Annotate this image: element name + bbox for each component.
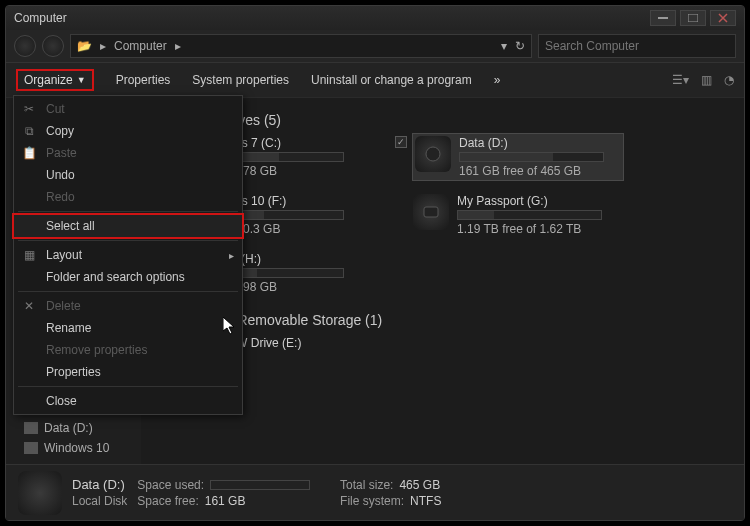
minimize-button[interactable] [650, 10, 676, 26]
delete-icon: ✕ [22, 299, 36, 313]
status-used-bar [210, 480, 310, 490]
drive-name: Data (D:) [459, 136, 621, 150]
status-total-label: Total size: [340, 478, 393, 492]
drive-icon [415, 136, 451, 172]
drive-item[interactable]: My Passport (G:) 1.19 TB free of 1.62 TB [413, 194, 623, 236]
menu-select-all[interactable]: Select all [14, 215, 242, 237]
address-bar: 📂 ▸ Computer ▸ ▾ ↻ [6, 30, 744, 62]
forward-button[interactable] [42, 35, 64, 57]
drive-checkbox[interactable]: ✓ [395, 136, 407, 148]
maximize-button[interactable] [680, 10, 706, 26]
status-drive-type: Local Disk [72, 494, 127, 508]
menu-separator [18, 211, 238, 212]
sidebar-item-drive[interactable]: Windows 10 [6, 438, 141, 458]
breadcrumb-chevron: ▸ [100, 39, 106, 53]
drive-free: 1.19 TB free of 1.62 TB [457, 222, 623, 236]
close-button[interactable] [710, 10, 736, 26]
capacity-bar [457, 210, 602, 220]
folder-icon: 📂 [77, 39, 92, 53]
menu-layout[interactable]: ▦Layout [14, 244, 242, 266]
menu-separator [18, 291, 238, 292]
status-free-label: Space free: [137, 494, 198, 508]
breadcrumb-chevron: ▸ [175, 39, 181, 53]
menu-remove-properties[interactable]: Remove properties [14, 339, 242, 361]
drive-icon [24, 422, 38, 434]
capacity-bar [459, 152, 604, 162]
status-bar: Data (D:) Local Disk Space used: Space f… [6, 464, 744, 520]
menu-delete[interactable]: ✕Delete [14, 295, 242, 317]
more-button[interactable]: » [494, 73, 501, 87]
view-slider-icon[interactable]: ☰▾ [672, 73, 689, 87]
menu-cut[interactable]: ✂Cut [14, 98, 242, 120]
status-fs-value: NTFS [410, 494, 441, 508]
status-total-value: 465 GB [399, 478, 440, 492]
organize-menu: ✂Cut ⧉Copy 📋Paste Undo Redo Select all ▦… [13, 95, 243, 415]
menu-folder-options[interactable]: Folder and search options [14, 266, 242, 288]
drive-icon [413, 194, 449, 230]
paste-icon: 📋 [22, 146, 36, 160]
status-drive-name: Data (D:) [72, 477, 127, 492]
menu-undo[interactable]: Undo [14, 164, 242, 186]
sidebar-item-drive[interactable]: Data (D:) [6, 418, 141, 438]
back-button[interactable] [14, 35, 36, 57]
svg-rect-5 [424, 207, 438, 217]
search-input[interactable] [538, 34, 736, 58]
menu-redo[interactable]: Redo [14, 186, 242, 208]
layout-icon: ▦ [22, 248, 36, 262]
svg-rect-1 [688, 14, 698, 22]
breadcrumb-item[interactable]: Computer [114, 39, 167, 53]
menu-copy[interactable]: ⧉Copy [14, 120, 242, 142]
properties-button[interactable]: Properties [116, 73, 171, 87]
menu-paste[interactable]: 📋Paste [14, 142, 242, 164]
drive-free: 161 GB free of 465 GB [459, 164, 621, 178]
drive-name: My Passport (G:) [457, 194, 623, 208]
organize-button[interactable]: Organize▼ [16, 69, 94, 91]
dropdown-icon[interactable]: ▾ [501, 39, 507, 53]
menu-separator [18, 386, 238, 387]
menu-separator [18, 240, 238, 241]
help-icon[interactable]: ◔ [724, 73, 734, 87]
status-fs-label: File system: [340, 494, 404, 508]
status-drive-icon [18, 471, 62, 515]
window-title: Computer [14, 11, 646, 25]
status-used-label: Space used: [137, 478, 204, 492]
system-properties-button[interactable]: System properties [192, 73, 289, 87]
uninstall-button[interactable]: Uninstall or change a program [311, 73, 472, 87]
status-free-value: 161 GB [205, 494, 246, 508]
menu-close[interactable]: Close [14, 390, 242, 412]
drive-item[interactable]: ✓ Data (D:) 161 GB free of 465 GB [413, 134, 623, 180]
refresh-icon[interactable]: ↻ [515, 39, 525, 53]
cut-icon: ✂ [22, 102, 36, 116]
chevron-down-icon: ▼ [77, 75, 86, 85]
preview-pane-icon[interactable]: ▥ [701, 73, 712, 87]
menu-properties[interactable]: Properties [14, 361, 242, 383]
toolbar: Organize▼ Properties System properties U… [6, 62, 744, 98]
copy-icon: ⧉ [22, 124, 36, 138]
drive-icon [24, 442, 38, 454]
titlebar: Computer [6, 6, 744, 30]
svg-rect-0 [658, 17, 668, 19]
breadcrumb[interactable]: 📂 ▸ Computer ▸ ▾ ↻ [70, 34, 532, 58]
menu-rename[interactable]: Rename [14, 317, 242, 339]
svg-point-3 [426, 147, 440, 161]
